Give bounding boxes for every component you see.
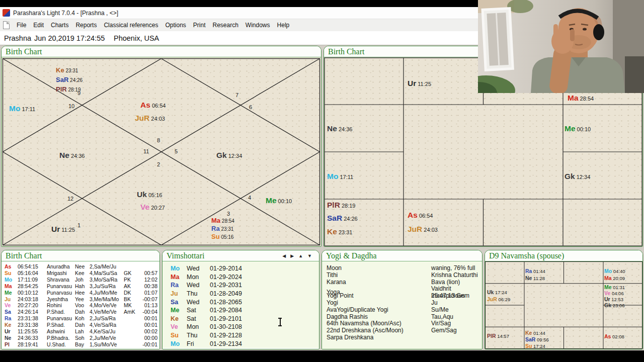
menu-item-file[interactable]: File (13, 22, 30, 29)
panel-title: Birth Chart (328, 47, 364, 56)
planet-Gk: Gk 12:34 (565, 172, 590, 180)
house-number-12: 12 (67, 196, 73, 202)
planet-Uk: Uk 05:16 (137, 191, 162, 199)
planet-table: As06:54:15AnuradhaNee2,Sa/Me/JuSu05:16:0… (2, 261, 159, 349)
planet-JuR: JuR 24:03 (135, 114, 165, 122)
house-number-7: 7 (235, 93, 238, 98)
dasha-row[interactable]: SaWed01-28-2065 (163, 298, 319, 306)
dasha-row[interactable]: MeSat01-29-2084 (163, 306, 319, 315)
planet-As: As 06:54 (140, 101, 166, 109)
table-row: Ke23:31:38P.Shad.Dah4,Ve/Sa/Ra00:01 (2, 322, 159, 328)
table-row: Mo17:11:09ShravanaJoh3,Mo/Sa/RaPK12:02 (2, 277, 159, 283)
panel-planet-table: Birth Chart As06:54:15AnuradhaNee2,Sa/Me… (1, 250, 160, 349)
next-arrow-icon[interactable]: ▶ (290, 253, 294, 258)
planet-Ur: Ur 11:25 (51, 225, 75, 233)
planet-Ma: Ma 28:54 (568, 94, 594, 102)
house-number-2: 2 (157, 162, 160, 167)
webcam-scene (478, 0, 644, 93)
yogi-row: TithiKrishna Chaturthi (322, 272, 482, 279)
house-number-6: 6 (249, 105, 252, 110)
menu-item-reports[interactable]: Reports (72, 22, 100, 29)
up-arrow-icon[interactable]: ▲ (298, 253, 303, 258)
panel-title: D9 Navamsha (spouse) (489, 251, 564, 260)
planet-Mo: Mo 17:11 (9, 105, 35, 113)
dasha-nav-arrows: ◀▶▲▼ (282, 253, 315, 258)
dasha-row[interactable]: VeMon01-30-2108 (163, 323, 319, 331)
panel-header: D9 Navamsha (spouse) (485, 250, 642, 261)
table-row: Ra23:31:38PunarvasuKoh2,Ju/Sa/Ra00:01 (2, 315, 159, 322)
planet-Su: Su 17:24 (525, 341, 545, 349)
chart-name: Prashna (4, 34, 31, 42)
menu-item-classical-references[interactable]: Classical references (100, 22, 162, 29)
panel-title: Birth Chart (6, 251, 42, 260)
house-number-9: 9 (77, 90, 80, 96)
panel-header: Vimshottari ◀▶▲▼ (163, 250, 319, 261)
table-row: Ur11:25:55AshwiniLah4,Ke/Sa/Ju00:02 (2, 328, 159, 334)
house-number-11: 11 (143, 149, 149, 154)
menu-item-options[interactable]: Options (162, 22, 189, 29)
dasha-row[interactable]: MoFri01-29-2134 (163, 339, 319, 348)
text-cursor-icon (277, 318, 283, 326)
panel-birth-chart-north: Birth Chart Ke 23:31SaR 24:26PlR 28:19Mo… (1, 46, 321, 247)
table-row: As06:54:15AnuradhaNee2,Sa/Me/Ju (2, 263, 159, 270)
planet-Ve: Ve 20:27 (140, 203, 165, 211)
table-row: Su05:16:04MrigashiKee4,Ma/Su/SaGK00:57 (2, 270, 159, 277)
menu-item-research[interactable]: Research (209, 22, 242, 29)
panel-header: Yogi & Dagdha (322, 250, 482, 261)
dasha-row[interactable]: RaWed01-29-2031 (163, 281, 319, 290)
window-title: Parashara's Light 7.0.4 - [Prashna , <>] (13, 10, 118, 17)
app-icon (3, 9, 10, 17)
yogi-row: Yogi Point25:47:13 Gem (322, 292, 482, 299)
planet-As: As 02:08 (604, 332, 624, 340)
house-number-8: 8 (157, 138, 160, 143)
planet-Ma: Ma 28:54 (211, 216, 234, 224)
prev-arrow-icon[interactable]: ◀ (282, 253, 286, 258)
planet-Me: Me 00:10 (266, 197, 292, 205)
dasha-row[interactable]: KeSat01-29-2101 (163, 315, 319, 323)
menu-item-edit[interactable]: Edit (30, 22, 47, 29)
planet-PlR: PlR 14:57 (487, 331, 509, 339)
yogi-row: YogaVaidhrit Inauspicious (322, 285, 482, 292)
panel-vimshottari: Vimshottari ◀▶▲▼ MoWed01-29-2014MaMon01-… (162, 250, 319, 349)
house-number-5: 5 (175, 149, 178, 154)
menu-item-help[interactable]: Help (274, 22, 293, 29)
yogi-row: 64th Navamsha (Moon/Asc)Vir/Sag (322, 320, 482, 327)
house-number-1: 1 (77, 223, 80, 228)
chart-location: Phoenix, USA (114, 34, 159, 42)
table-row: Me00:10:12PunarvasuHee4,Ju/Mo/MeDK01:07 (2, 289, 159, 296)
table-row: Sa24:26:14P.Shad.Dah4,Ve/Me/VeAmK-00:04 (2, 309, 159, 315)
menu-item-print[interactable]: Print (190, 22, 209, 29)
panel-title: Birth Chart (6, 47, 42, 56)
yogi-row: YogiJu (322, 299, 482, 306)
table-row: Ma28:54:25PunarvasuHah3,Ju/Su/RaAK00:38 (2, 283, 159, 290)
north-chart[interactable]: Ke 23:31SaR 24:26PlR 28:19Mo 17:11As 06:… (2, 57, 321, 246)
menu-item-charts[interactable]: Charts (47, 22, 72, 29)
dark-corner (625, 56, 644, 93)
planet-JuR: JuR 06:29 (487, 295, 510, 303)
yogi-row: AvaYogi/Duplicate YogiSu/Me (322, 306, 482, 313)
screen: Parashara's Light 7.0.4 - [Prashna , <>]… (0, 0, 644, 362)
dasha-row[interactable]: MoWed01-29-2014 (163, 264, 319, 273)
table-row: Ne24:36:33P.Bhadra.Soh2,Ju/Me/Ve00:00 (2, 334, 159, 341)
yogi-row: KaranaBava (lion) (322, 279, 482, 286)
house-number-4: 4 (248, 195, 251, 201)
yogi-row: Dagdha RashisTau,Aqu (322, 313, 482, 320)
table-row: Ju24:03:18JyeshthaYee3,Me/Ma/MoBK-00:07 (2, 296, 159, 302)
menu-item-windows[interactable]: Windows (242, 22, 274, 29)
planet-Gk: Gk 23:06 (604, 301, 624, 309)
down-arrow-icon[interactable]: ▼ (307, 253, 312, 258)
planet-SaR: SaR 24:26 (56, 75, 83, 83)
house-number-10: 10 (68, 104, 74, 109)
dasha-row[interactable]: JuThu01-28-2049 (163, 290, 319, 298)
planet-Mo: Mo 17:11 (327, 172, 353, 180)
document-icon[interactable] (3, 21, 10, 29)
d9-navamsha-chart[interactable]: Ra 01:44Ne 11:28Mo 04:40Ma 20:09Uk 17:24… (485, 261, 642, 349)
planet-Ne: Ne 11:28 (525, 274, 545, 282)
dasha-row[interactable]: SuThu01-29-2128 (163, 331, 319, 340)
planet-Ke: Ke 23:31 (327, 228, 352, 236)
dasha-row[interactable]: MaMon01-29-2024 (163, 273, 319, 282)
table-row: Ve20:27:20RohiniVoo4,Mo/Ve/VeMK01:13 (2, 302, 159, 309)
panel-header: Birth Chart (2, 250, 159, 261)
north-chart-lines (2, 57, 321, 246)
right-eye (583, 28, 587, 30)
